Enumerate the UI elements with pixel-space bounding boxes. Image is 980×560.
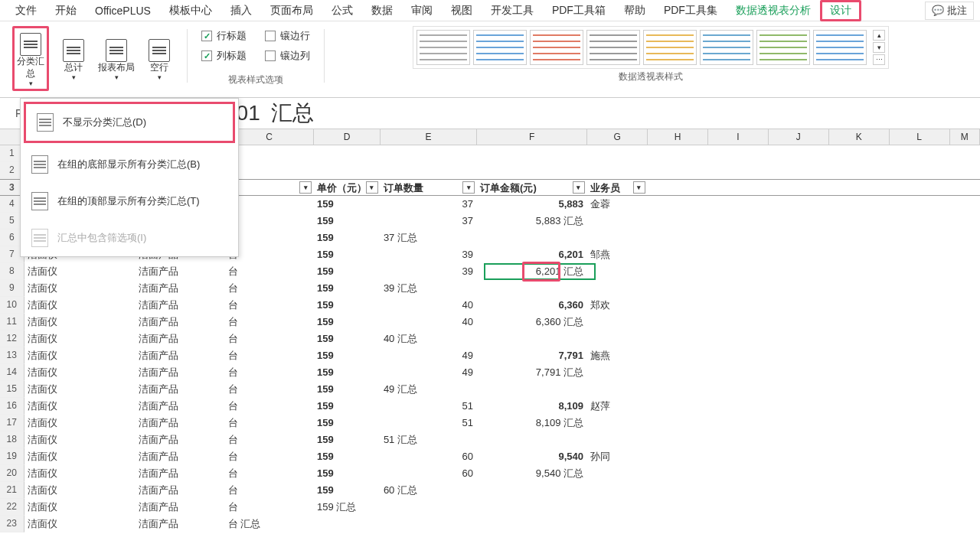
- cell[interactable]: [708, 465, 769, 482]
- cell-G19[interactable]: 孙同: [587, 448, 648, 465]
- cell[interactable]: [890, 330, 950, 347]
- cell[interactable]: [829, 516, 890, 532]
- cell[interactable]: [648, 180, 708, 195]
- cell[interactable]: [950, 482, 980, 499]
- cell-E9[interactable]: 39 汇总: [381, 280, 477, 297]
- cell[interactable]: [708, 347, 769, 364]
- menu-dev[interactable]: 开发工具: [482, 1, 543, 21]
- cell-C14[interactable]: 台: [225, 364, 314, 381]
- cell[interactable]: [708, 213, 769, 230]
- cell-E5[interactable]: 37: [381, 213, 477, 230]
- cell[interactable]: [890, 230, 950, 246]
- cell[interactable]: [950, 230, 980, 246]
- cell-F1[interactable]: [477, 145, 587, 162]
- cell-C11[interactable]: 台: [225, 314, 314, 330]
- cell-D23[interactable]: [314, 516, 381, 532]
- cell-C18[interactable]: 台: [225, 431, 314, 448]
- cell[interactable]: [648, 431, 708, 448]
- cell[interactable]: [708, 431, 769, 448]
- cell[interactable]: [890, 145, 950, 162]
- cell-B20[interactable]: 洁面产品: [136, 465, 224, 482]
- dd-subtotal-bottom[interactable]: 在组的底部显示所有分类汇总(B): [21, 146, 238, 183]
- cell[interactable]: [648, 499, 708, 516]
- row-number[interactable]: 13: [0, 347, 24, 364]
- filter-dropdown-icon[interactable]: ▾: [366, 181, 378, 194]
- cell-F19[interactable]: 9,540: [477, 448, 587, 465]
- cell-E21[interactable]: 60 汇总: [381, 482, 477, 499]
- cell-D22[interactable]: 159 汇总: [314, 499, 381, 516]
- cell-C16[interactable]: 台: [225, 398, 314, 415]
- cell[interactable]: [708, 180, 769, 195]
- comment-button[interactable]: 💬 批注: [925, 2, 974, 20]
- cell[interactable]: [708, 482, 769, 499]
- cell[interactable]: [708, 230, 769, 246]
- cell-E2[interactable]: [381, 162, 477, 179]
- cell[interactable]: [648, 162, 708, 179]
- cell[interactable]: [950, 516, 980, 532]
- cell-A20[interactable]: 洁面仪: [24, 465, 136, 482]
- cell[interactable]: [708, 516, 769, 532]
- menu-data[interactable]: 数据: [362, 1, 402, 21]
- cell-F15[interactable]: [477, 381, 587, 398]
- cell[interactable]: [829, 180, 890, 195]
- cell[interactable]: [890, 314, 950, 330]
- cell[interactable]: [648, 213, 708, 230]
- cell[interactable]: [829, 431, 890, 448]
- menu-file[interactable]: 文件: [6, 1, 46, 21]
- cell-C19[interactable]: 台: [225, 448, 314, 465]
- cell[interactable]: [708, 297, 769, 314]
- cell-F13[interactable]: 7,791: [477, 347, 587, 364]
- cell-B21[interactable]: 洁面产品: [136, 482, 224, 499]
- style-thumb[interactable]: [643, 30, 697, 65]
- cell[interactable]: [708, 499, 769, 516]
- cell-F6[interactable]: [477, 230, 587, 246]
- cell[interactable]: [890, 364, 950, 381]
- subtotal-button[interactable]: 分类汇总 ▾: [12, 26, 49, 91]
- cell[interactable]: [648, 246, 708, 263]
- cell-G16[interactable]: 赵萍: [587, 398, 648, 415]
- cell[interactable]: [950, 180, 980, 195]
- cell[interactable]: [769, 516, 829, 532]
- cell[interactable]: [829, 482, 890, 499]
- cell[interactable]: [648, 381, 708, 398]
- cell-C20[interactable]: 台: [225, 465, 314, 482]
- cell-G7[interactable]: 邹燕: [587, 246, 648, 263]
- menu-design[interactable]: 设计: [820, 0, 861, 21]
- cell[interactable]: [890, 280, 950, 297]
- cell-F8[interactable]: 6,201 汇总: [477, 263, 587, 280]
- cell[interactable]: [769, 297, 829, 314]
- cell-G5[interactable]: [587, 213, 648, 230]
- cell-F2[interactable]: [477, 162, 587, 179]
- cell[interactable]: [829, 145, 890, 162]
- cell-D6[interactable]: 159: [314, 230, 381, 246]
- cell[interactable]: [890, 398, 950, 415]
- filter-dropdown-icon[interactable]: ▾: [633, 181, 645, 194]
- cell[interactable]: [829, 381, 890, 398]
- cell-E23[interactable]: [381, 516, 477, 532]
- cell-G14[interactable]: [587, 364, 648, 381]
- row-number[interactable]: 17: [0, 415, 24, 431]
- cell-F9[interactable]: [477, 280, 587, 297]
- col-I[interactable]: I: [708, 129, 769, 145]
- cell-F5[interactable]: 5,883 汇总: [477, 213, 587, 230]
- cell-E11[interactable]: 40: [381, 314, 477, 330]
- menu-help[interactable]: 帮助: [615, 1, 655, 21]
- cell[interactable]: [708, 246, 769, 263]
- cell-D13[interactable]: 159: [314, 347, 381, 364]
- cell[interactable]: [950, 246, 980, 263]
- col-H[interactable]: H: [648, 129, 708, 145]
- cell[interactable]: [648, 145, 708, 162]
- cell[interactable]: [829, 398, 890, 415]
- cell-B8[interactable]: 洁面产品: [136, 263, 224, 280]
- row-number[interactable]: 10: [0, 297, 24, 314]
- cell[interactable]: [829, 280, 890, 297]
- cell[interactable]: [648, 263, 708, 280]
- cell-A11[interactable]: 洁面仪: [24, 314, 136, 330]
- style-thumb[interactable]: [813, 30, 867, 65]
- cell-E22[interactable]: [381, 499, 477, 516]
- cell[interactable]: [708, 381, 769, 398]
- cell[interactable]: [950, 162, 980, 179]
- cell-B19[interactable]: 洁面产品: [136, 448, 224, 465]
- cell-C12[interactable]: 台: [225, 330, 314, 347]
- scroll-up[interactable]: ▴: [873, 30, 885, 41]
